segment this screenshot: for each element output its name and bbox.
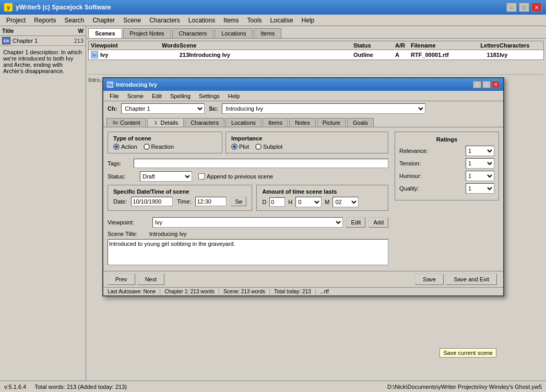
importance-title: Importance bbox=[231, 135, 383, 141]
tension-select[interactable]: 1 bbox=[466, 158, 494, 169]
importance-radio-group: Plot Subplot bbox=[231, 144, 383, 150]
dialog-title: Introducing Ivy bbox=[116, 81, 473, 88]
dialog-tab-goals[interactable]: Goals bbox=[347, 118, 374, 127]
dialog-menu-edit[interactable]: Edit bbox=[148, 92, 166, 100]
tension-row: Tension: 1 bbox=[399, 158, 494, 169]
dialog-maximize[interactable]: □ bbox=[482, 81, 491, 88]
dialog-tab-locations[interactable]: Locations bbox=[225, 118, 262, 127]
datetime-row: Date: Time: Sw bbox=[113, 197, 246, 206]
viewpoint-edit-button[interactable]: Edit bbox=[346, 217, 365, 228]
time-label: Time: bbox=[177, 198, 191, 205]
dialog-menu-file[interactable]: File bbox=[105, 92, 123, 100]
tension-label: Tension: bbox=[399, 160, 421, 167]
dialog-tab-picture[interactable]: Picture bbox=[317, 118, 346, 127]
scene-title-row: Scene Title: Introducing Ivy bbox=[108, 231, 388, 237]
notes-tab-label: Notes bbox=[295, 120, 310, 126]
dialog-tab-notes[interactable]: Notes bbox=[289, 118, 316, 127]
save-button[interactable]: Save bbox=[415, 274, 444, 285]
extra-status: ...rtf bbox=[320, 289, 333, 294]
dialog-controls: – □ ✕ bbox=[473, 81, 500, 88]
type-of-scene-box: Type of scene Action Reaction bbox=[108, 132, 222, 153]
d-input[interactable] bbox=[269, 197, 285, 207]
dialog-tab-items[interactable]: Items bbox=[263, 118, 288, 127]
reaction-label: Reaction bbox=[151, 144, 174, 150]
tags-input[interactable] bbox=[134, 159, 388, 168]
viewpoint-add-button[interactable]: Add bbox=[369, 217, 388, 228]
scene-label: Sc: bbox=[209, 105, 218, 112]
append-check[interactable]: Append to previous scene bbox=[198, 173, 273, 180]
quality-label: Quality: bbox=[399, 185, 419, 192]
importance-subplot[interactable]: Subplot bbox=[255, 144, 282, 150]
humour-select[interactable]: 1 bbox=[466, 171, 494, 181]
dialog-minimize[interactable]: – bbox=[473, 81, 481, 88]
time-amount-row: D H 0 M 02 bbox=[262, 197, 383, 207]
ratings-title: Ratings bbox=[399, 136, 494, 142]
sw-button[interactable]: Sw bbox=[231, 197, 246, 206]
m-label: M bbox=[325, 199, 329, 205]
reaction-radio[interactable] bbox=[144, 144, 150, 150]
locations-tab-label: Locations bbox=[231, 120, 256, 126]
tags-label: Tags: bbox=[108, 160, 134, 167]
items-tab-label: Items bbox=[268, 120, 282, 126]
goals-tab-label: Goals bbox=[353, 120, 368, 126]
type-radio-group: Action Reaction bbox=[113, 144, 217, 150]
picture-tab-label: Picture bbox=[323, 120, 340, 126]
characters-tab-label: Characters bbox=[191, 120, 219, 126]
quality-row: Quality: 1 bbox=[399, 183, 494, 194]
dialog-body: Type of scene Action Reaction bbox=[103, 127, 503, 271]
action-radio[interactable] bbox=[113, 144, 120, 150]
plot-radio[interactable] bbox=[231, 144, 238, 150]
next-button[interactable]: Next bbox=[137, 274, 165, 285]
dialog-tab-bar: Sc Content 1 Details Characters Location… bbox=[103, 116, 503, 127]
dialog-menu: File Scene Edit Spelling Settings Help bbox=[103, 91, 503, 101]
ratings-box: Ratings Relevance: 1 Tension: 1 bbox=[395, 132, 499, 200]
type-action[interactable]: Action bbox=[113, 144, 137, 150]
details-right: Ratings Relevance: 1 Tension: 1 bbox=[395, 132, 499, 267]
content-tab-label: Content bbox=[120, 120, 140, 126]
subplot-radio[interactable] bbox=[255, 144, 262, 150]
scene-select[interactable]: Introducing Ivy bbox=[222, 103, 425, 114]
quality-select[interactable]: 1 bbox=[466, 183, 494, 194]
relevance-label: Relevance: bbox=[399, 148, 428, 154]
time-amount-title: Amount of time scene lasts bbox=[262, 188, 383, 195]
dialog-menu-settings[interactable]: Settings bbox=[195, 92, 224, 100]
scene-title-label: Scene Title: bbox=[108, 231, 149, 237]
dialog-tab-content[interactable]: Sc Content bbox=[106, 118, 146, 127]
relevance-row: Relevance: 1 bbox=[399, 146, 494, 156]
description-textarea[interactable] bbox=[108, 239, 388, 265]
viewpoint-select[interactable]: Ivy bbox=[152, 217, 343, 228]
dialog-menu-scene[interactable]: Scene bbox=[123, 92, 148, 100]
dialog-close[interactable]: ✕ bbox=[492, 81, 500, 88]
time-input[interactable] bbox=[195, 197, 227, 206]
chapter-select[interactable]: Chapter 1 bbox=[121, 103, 205, 114]
type-title: Type of scene bbox=[113, 135, 217, 141]
dialog-footer: Prev Next Save Save and Exit bbox=[103, 271, 503, 287]
m-select[interactable]: 02 bbox=[333, 197, 359, 207]
details-left: Type of scene Action Reaction bbox=[108, 132, 388, 267]
total-status: Total today: 213 bbox=[274, 289, 316, 294]
plot-label: Plot bbox=[239, 144, 249, 150]
d-label: D bbox=[262, 199, 266, 205]
status-row: Status: Draft Append to previous scene bbox=[108, 171, 388, 182]
h-label: H bbox=[288, 199, 292, 205]
action-label: Action bbox=[121, 144, 137, 150]
date-input[interactable] bbox=[131, 197, 173, 206]
datetime-title: Specific Date/Time of scene bbox=[113, 188, 246, 195]
type-reaction[interactable]: Reaction bbox=[144, 144, 174, 150]
prev-button[interactable]: Prev bbox=[108, 274, 135, 285]
dialog-menu-help[interactable]: Help bbox=[224, 92, 244, 100]
h-select[interactable]: 0 bbox=[295, 197, 322, 207]
scene-words-status: Scene: 213 words bbox=[223, 289, 270, 294]
relevance-select[interactable]: 1 bbox=[466, 146, 494, 156]
dialog-tab-characters[interactable]: Characters bbox=[185, 118, 224, 127]
save-exit-button[interactable]: Save and Exit bbox=[446, 274, 497, 285]
subplot-label: Subplot bbox=[263, 144, 282, 150]
type-importance-row: Type of scene Action Reaction bbox=[108, 132, 388, 157]
append-checkbox[interactable] bbox=[198, 173, 205, 180]
scene-details-dialog: Sc Introducing Ivy – □ ✕ File Scene Edit… bbox=[102, 77, 504, 296]
dialog-tab-details[interactable]: 1 Details bbox=[147, 118, 184, 127]
dialog-menu-spelling[interactable]: Spelling bbox=[166, 92, 195, 100]
status-select[interactable]: Draft bbox=[140, 171, 192, 182]
importance-plot[interactable]: Plot bbox=[231, 144, 249, 150]
details-section: Type of scene Action Reaction bbox=[108, 132, 499, 267]
